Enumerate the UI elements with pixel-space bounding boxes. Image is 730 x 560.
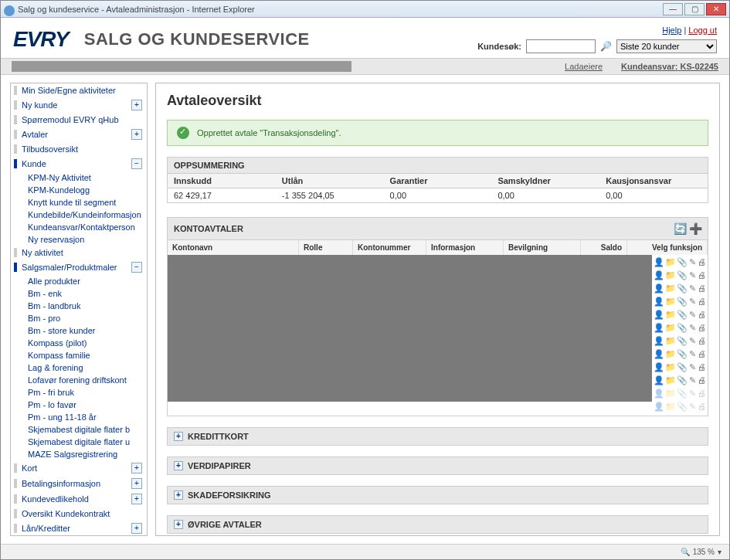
edit-icon[interactable]: ✎ [688, 323, 696, 333]
sidebar-item[interactable]: Salgsmaler/Produktmaler− [11, 260, 147, 275]
close-button[interactable]: ✕ [706, 3, 726, 15]
folder-icon[interactable]: 📁 [665, 297, 675, 307]
expand-icon[interactable]: + [174, 490, 183, 500]
folder-icon[interactable]: 📁 [665, 310, 675, 320]
edit-icon[interactable]: ✎ [688, 283, 696, 294]
sidebar-item[interactable]: Tilbudsoversikt [11, 142, 147, 156]
sidebar-subitem[interactable]: Kompass familie [11, 349, 147, 361]
zoom-dropdown-icon[interactable]: ▾ [718, 548, 722, 556]
help-link[interactable]: Hjelp [662, 25, 681, 35]
folder-icon[interactable]: 📁 [665, 270, 675, 280]
sidebar-subitem[interactable]: Ny reservasjon [11, 233, 147, 246]
kundeansvar-link[interactable]: Kundeansvar: KS-02245 [621, 62, 718, 71]
print-icon[interactable]: 🖨 [698, 323, 706, 333]
refresh-icon[interactable]: 🔄 [674, 222, 686, 235]
sidebar-subitem[interactable]: Lag & forening [11, 361, 147, 374]
sidebar-subitem[interactable]: KPM-Kundelogg [11, 184, 147, 196]
sidebar-item[interactable]: Kort+ [11, 460, 147, 476]
sidebar-subitem[interactable]: Kompass (pilot) [11, 337, 147, 349]
edit-icon[interactable]: ✎ [688, 257, 696, 267]
edit-icon[interactable]: ✎ [688, 297, 696, 307]
edit-icon[interactable]: ✎ [688, 349, 696, 359]
collapsible-section[interactable]: +VERDIPAPIRER [167, 456, 708, 475]
print-icon[interactable]: 🖨 [698, 336, 706, 346]
print-icon[interactable]: 🖨 [698, 362, 706, 372]
sidebar-subitem[interactable]: Kundeansvar/Kontaktperson [11, 221, 147, 233]
folder-icon[interactable]: 📁 [665, 362, 675, 372]
sidebar-subitem[interactable]: MAZE Salgsregistrering [11, 448, 147, 460]
sidebar-subitem[interactable]: Pm - lo favør [11, 399, 147, 411]
edit-icon[interactable]: ✎ [688, 362, 696, 372]
attach-icon[interactable]: 📎 [677, 323, 687, 333]
sidebar-subitem[interactable]: Bm - pro [11, 312, 147, 324]
sidebar-item[interactable]: Ny kunde+ [11, 97, 147, 113]
maximize-button[interactable]: ▢ [684, 3, 705, 15]
sidebar-subitem[interactable]: Pm - ung 11-18 år [11, 411, 147, 423]
user-icon[interactable]: 👤 [654, 323, 664, 333]
collapsible-section[interactable]: +ØVRIGE AVTALER [167, 515, 708, 534]
sidebar-item[interactable]: Ny aktivitet [11, 246, 147, 260]
collapse-icon[interactable]: − [131, 158, 142, 169]
user-icon[interactable]: 👤 [654, 349, 664, 359]
sidebar-subitem[interactable]: Alle produkter [11, 275, 147, 287]
attach-icon[interactable]: 📎 [677, 257, 687, 267]
print-icon[interactable]: 🖨 [698, 270, 706, 280]
attach-icon[interactable]: 📎 [677, 336, 687, 346]
sidebar-item[interactable]: Kunde− [11, 156, 147, 171]
expand-icon[interactable]: + [131, 100, 142, 110]
sidebar-subitem[interactable]: Bm - landbruk [11, 300, 147, 312]
collapsible-section[interactable]: +KREDITTKORT [167, 427, 708, 446]
sidebar-subitem[interactable]: Bm - enk [11, 287, 147, 300]
user-icon[interactable]: 👤 [654, 283, 664, 294]
user-icon[interactable]: 👤 [654, 270, 664, 280]
user-icon[interactable]: 👤 [654, 362, 664, 372]
expand-icon[interactable]: + [131, 478, 142, 489]
sidebar-subitem[interactable]: Skjemabest digitale flater u [11, 436, 147, 448]
edit-icon[interactable]: ✎ [688, 336, 696, 346]
user-icon[interactable]: 👤 [654, 375, 664, 385]
sidebar-subitem[interactable]: Skjemabest digitale flater b [11, 423, 147, 436]
sidebar-subitem[interactable]: Kundebilde/Kundeinformasjon [11, 209, 147, 221]
add-icon[interactable]: ➕ [689, 222, 701, 235]
sidebar-subitem[interactable]: Pm - fri bruk [11, 386, 147, 399]
expand-icon[interactable]: + [174, 461, 183, 470]
edit-icon[interactable]: ✎ [688, 270, 696, 280]
customer-search-input[interactable] [526, 39, 596, 53]
sidebar-subitem[interactable]: Bm - store kunder [11, 324, 147, 337]
folder-icon[interactable]: 📁 [665, 349, 675, 359]
sidebar-subitem[interactable]: Knytt kunde til segment [11, 196, 147, 209]
attach-icon[interactable]: 📎 [677, 349, 687, 359]
minimize-button[interactable]: — [663, 3, 683, 15]
user-icon[interactable]: 👤 [654, 336, 664, 346]
attach-icon[interactable]: 📎 [677, 362, 687, 372]
sidebar-item[interactable]: Betalingsinformasjon+ [11, 476, 147, 491]
sidebar-subitem[interactable]: Lofavør forening driftskont [11, 374, 147, 386]
logout-link[interactable]: Logg ut [688, 25, 717, 35]
expand-icon[interactable]: + [174, 432, 183, 441]
folder-icon[interactable]: 📁 [665, 257, 675, 267]
expand-icon[interactable]: + [131, 129, 142, 140]
expand-icon[interactable]: + [131, 523, 142, 534]
sidebar-item[interactable]: Avtaler+ [11, 127, 147, 142]
edit-icon[interactable]: ✎ [688, 375, 696, 385]
expand-icon[interactable]: + [131, 463, 142, 473]
attach-icon[interactable]: 📎 [677, 297, 687, 307]
sidebar-item[interactable]: Oversikt Kundekontrakt [11, 507, 147, 521]
expand-icon[interactable]: + [131, 494, 142, 504]
print-icon[interactable]: 🖨 [698, 375, 706, 385]
collapse-icon[interactable]: − [131, 262, 142, 273]
user-icon[interactable]: 👤 [654, 310, 664, 320]
user-icon[interactable]: 👤 [654, 257, 664, 267]
sidebar-item[interactable]: Lån/Kreditter+ [11, 521, 147, 536]
attach-icon[interactable]: 📎 [677, 270, 687, 280]
print-icon[interactable]: 🖨 [698, 257, 706, 267]
sidebar-item[interactable]: Kundevedlikehold+ [11, 491, 147, 507]
attach-icon[interactable]: 📎 [677, 375, 687, 385]
expand-icon[interactable]: + [174, 520, 183, 529]
folder-icon[interactable]: 📁 [665, 375, 675, 385]
attach-icon[interactable]: 📎 [677, 310, 687, 320]
sidebar-item[interactable]: Min Side/Egne aktiviteter [11, 83, 147, 97]
print-icon[interactable]: 🖨 [698, 310, 706, 320]
print-icon[interactable]: 🖨 [698, 297, 706, 307]
recent-customers-select[interactable]: Siste 20 kunder [616, 39, 717, 53]
